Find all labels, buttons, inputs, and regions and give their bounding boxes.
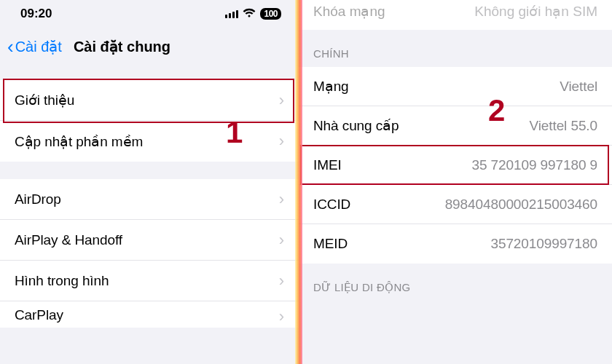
row-label: Cập nhật phần mềm [15, 133, 143, 150]
back-button[interactable]: ‹ Cài đặt [7, 37, 62, 56]
row-airplay-handoff[interactable]: AirPlay & Handoff › [0, 220, 299, 261]
chevron-left-icon: ‹ [7, 37, 14, 56]
row-label: Khóa mạng [313, 3, 385, 20]
row-imei[interactable]: IMEI 35 720109 997180 9 [299, 146, 612, 185]
chevron-right-icon: › [279, 190, 284, 209]
row-carplay[interactable]: CarPlay › [0, 301, 299, 328]
row-label: Nhà cung cấp [313, 117, 399, 134]
row-meid[interactable]: MEID 35720109997180 [299, 224, 612, 264]
row-label: ICCID [313, 197, 350, 213]
callout-number-2: 2 [488, 93, 505, 128]
row-value: Viettel 55.0 [529, 118, 597, 134]
settings-general-pane: 09:20 100 ‹ Cài đặt Cài đặt chung Giới t… [0, 0, 299, 364]
back-label: Cài đặt [15, 38, 62, 55]
row-airdrop[interactable]: AirDrop › [0, 179, 299, 220]
row-pip[interactable]: Hình trong hình › [0, 261, 299, 301]
status-time: 09:20 [20, 7, 52, 21]
section-header-primary: CHÍNH [299, 30, 612, 67]
row-value: 35720109997180 [490, 236, 597, 252]
row-network[interactable]: Mạng Viettel [299, 67, 612, 106]
settings-group-1: Giới thiệu › Cập nhật phần mềm › [0, 80, 299, 162]
row-network-lock-peek: Khóa mạng Không giới hạn SIM [299, 0, 612, 30]
row-label: CarPlay [15, 307, 63, 323]
wifi-icon [243, 8, 256, 20]
row-software-update[interactable]: Cập nhật phần mềm › [0, 121, 299, 162]
row-label: Hình trong hình [15, 273, 109, 289]
row-value: 89840480000215003460 [445, 197, 597, 213]
row-about[interactable]: Giới thiệu › [0, 80, 299, 121]
about-details-pane: Khóa mạng Không giới hạn SIM CHÍNH Mạng … [299, 0, 612, 364]
row-label: Giới thiệu [15, 92, 74, 108]
chevron-right-icon: › [279, 91, 284, 110]
settings-group-2: AirDrop › AirPlay & Handoff › Hình trong… [0, 179, 299, 328]
chevron-right-icon: › [279, 307, 284, 326]
row-label: AirPlay & Handoff [15, 232, 122, 248]
row-iccid[interactable]: ICCID 89840480000215003460 [299, 185, 612, 224]
row-value: Không giới hạn SIM [474, 3, 597, 20]
row-carrier[interactable]: Nhà cung cấp Viettel 55.0 [299, 106, 612, 146]
row-value: 35 720109 997180 9 [471, 157, 597, 173]
about-primary-group: Mạng Viettel Nhà cung cấp Viettel 55.0 I… [299, 67, 612, 264]
chevron-right-icon: › [279, 231, 284, 250]
battery-indicator: 100 [260, 8, 281, 20]
row-label: MEID [313, 236, 348, 252]
cellular-signal-icon [225, 10, 238, 18]
row-label: IMEI [313, 157, 342, 173]
row-value: Viettel [560, 79, 597, 95]
chevron-right-icon: › [279, 132, 284, 151]
callout-number-1: 1 [226, 115, 243, 150]
pane-divider-gradient [295, 0, 302, 364]
nav-header: ‹ Cài đặt Cài đặt chung [0, 28, 299, 66]
status-icons: 100 [225, 8, 281, 20]
chevron-right-icon: › [279, 272, 284, 290]
page-title: Cài đặt chung [74, 38, 170, 55]
row-label: AirDrop [15, 191, 61, 207]
section-header-mobile-data: DỮ LIỆU DI ĐỘNG [299, 264, 612, 294]
status-bar: 09:20 100 [0, 0, 299, 28]
row-label: Mạng [313, 78, 349, 95]
